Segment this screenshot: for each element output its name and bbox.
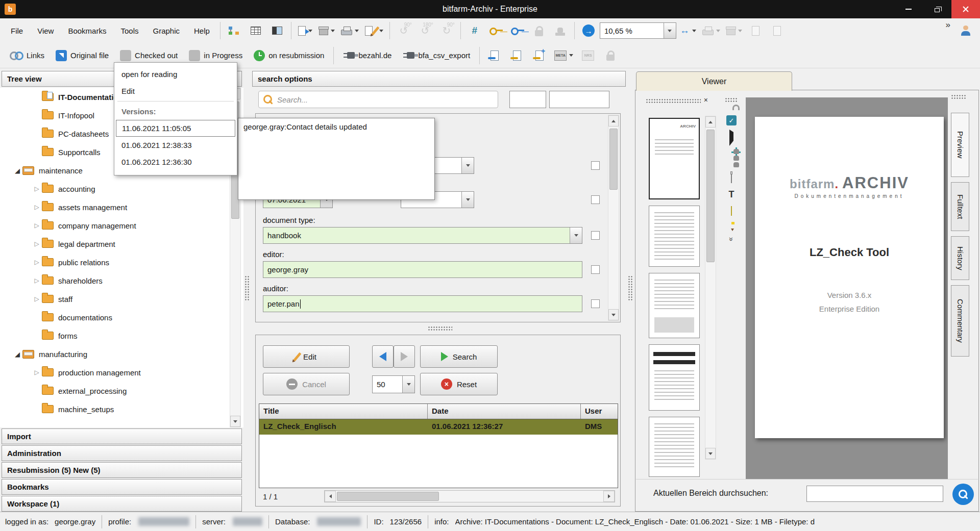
menu-help[interactable]: Help xyxy=(187,23,216,39)
right-splitter-handle[interactable] xyxy=(628,275,632,301)
tree-item-documentations[interactable]: documentations xyxy=(0,308,243,326)
auditor-field[interactable]: peter.pan xyxy=(263,295,582,312)
on-resubmission-button[interactable]: on resubmission xyxy=(249,47,329,64)
edit-button[interactable]: Edit xyxy=(263,345,350,368)
thumbnail-close-icon[interactable]: × xyxy=(704,96,708,104)
search-aux-field-1[interactable] xyxy=(509,91,546,108)
form-scrollbar[interactable] xyxy=(608,115,619,321)
results-table-header[interactable]: Title Date User xyxy=(259,404,618,419)
expander-collapsed-icon[interactable]: ▷ xyxy=(32,185,42,192)
tree-item-shareholders[interactable]: ▷ shareholders xyxy=(0,271,243,290)
menu-item-open-for-reading[interactable]: open for reading xyxy=(114,66,237,83)
thumbnail-scrollbar[interactable] xyxy=(705,116,716,460)
section-workspace[interactable]: Workspace (1) xyxy=(2,496,242,512)
menu-item-version-1[interactable]: 11.06.2021 11:05:05 xyxy=(116,120,235,137)
scroll-down-button[interactable] xyxy=(705,448,716,459)
dropdown-caret-icon[interactable] xyxy=(331,30,335,32)
tab-history[interactable]: History xyxy=(951,236,969,280)
expander-collapsed-icon[interactable]: ▷ xyxy=(32,222,42,229)
document-page[interactable]: bitfarm.ARCHIV Dokumentenmanagement LZ_C… xyxy=(755,117,944,438)
form-splitter-handle[interactable] xyxy=(428,326,452,331)
section-administration[interactable]: Administration xyxy=(2,445,242,461)
menu-graphic[interactable]: Graphic xyxy=(146,23,186,39)
approve-stamp-button[interactable]: ✓ xyxy=(726,115,737,125)
print-button[interactable] xyxy=(338,20,361,41)
export-document-button[interactable] xyxy=(295,20,315,41)
fit-width-button[interactable]: ↔ xyxy=(677,20,699,41)
search-input[interactable] xyxy=(277,95,493,104)
viewer-search-input[interactable] xyxy=(806,486,943,502)
column-date[interactable]: Date xyxy=(428,404,581,419)
select-tool-button[interactable] xyxy=(729,132,733,141)
key-button[interactable] xyxy=(486,20,506,41)
left-splitter-handle[interactable] xyxy=(244,275,249,301)
next-result-button[interactable] xyxy=(394,345,415,368)
page-thumbnail-2[interactable] xyxy=(649,206,700,267)
scrollbar-thumb[interactable] xyxy=(337,492,439,501)
meta-stamp-button[interactable]: META xyxy=(552,45,576,66)
tree-item-machine-setups[interactable]: machine_setups xyxy=(0,400,243,418)
expander-expanded-icon[interactable]: ◢ xyxy=(12,350,22,358)
quick-search-field[interactable] xyxy=(258,91,498,108)
tab-fulltext[interactable]: Fulltext xyxy=(951,182,969,231)
maximize-button[interactable] xyxy=(923,0,951,18)
tree-item-legal-department[interactable]: ▷ legal department xyxy=(0,235,243,253)
toolbar-handle[interactable] xyxy=(725,97,738,102)
expander-collapsed-icon[interactable]: ▷ xyxy=(32,277,42,284)
page-size-combobox[interactable]: 50 xyxy=(372,375,415,393)
zoom-dropdown-button[interactable] xyxy=(664,23,676,38)
minimize-button[interactable] xyxy=(894,0,923,18)
tree-item-external-processing[interactable]: external_processing xyxy=(0,382,243,400)
links-button[interactable]: Links xyxy=(5,48,49,62)
expander-collapsed-icon[interactable]: ▷ xyxy=(32,259,42,266)
new-note-button[interactable] xyxy=(362,20,386,41)
menu-tools[interactable]: Tools xyxy=(114,23,145,39)
thumbnail-panel-handle[interactable] xyxy=(646,98,701,103)
editor-field[interactable]: george.gray xyxy=(263,261,582,278)
table-view-button[interactable] xyxy=(246,20,266,41)
checked-out-button[interactable]: Checked out xyxy=(115,47,182,64)
key-add-button[interactable] xyxy=(507,20,528,41)
menu-view[interactable]: View xyxy=(31,23,60,39)
field-checkbox[interactable] xyxy=(591,231,600,240)
menu-item-version-2[interactable]: 01.06.2021 12:38:33 xyxy=(114,137,237,154)
field-checkbox[interactable] xyxy=(591,299,600,308)
combo-dropdown-button[interactable] xyxy=(461,158,474,173)
expander-expanded-icon[interactable]: ◢ xyxy=(12,167,22,174)
toolbar-overflow-chevron[interactable]: » xyxy=(946,20,950,30)
scroll-up-button[interactable] xyxy=(608,115,619,127)
expander-collapsed-icon[interactable]: ▷ xyxy=(32,240,42,247)
results-hscrollbar[interactable] xyxy=(324,490,615,502)
checkout-document-button[interactable] xyxy=(507,45,527,66)
page-thumbnail-1[interactable]: ARCHIV xyxy=(649,118,700,199)
side-tabs-handle[interactable] xyxy=(951,94,966,99)
tab-commentary[interactable]: Commentary xyxy=(951,285,969,357)
menu-file[interactable]: File xyxy=(4,23,30,39)
dropdown-caret-icon[interactable] xyxy=(355,30,359,32)
more-tools-button[interactable]: » xyxy=(727,237,736,241)
add-document-button[interactable] xyxy=(529,45,550,66)
tree-item-staff[interactable]: ▷ staff xyxy=(0,290,243,308)
expander-collapsed-icon[interactable]: ▷ xyxy=(32,204,42,211)
tree-item-accounting[interactable]: ▷ accounting xyxy=(0,180,243,198)
tree-item-production-management[interactable]: ▷ production management xyxy=(0,363,243,382)
viewer-tab[interactable]: Viewer xyxy=(636,71,792,91)
tree-layout-button[interactable] xyxy=(224,20,244,41)
tree-item-assets-management[interactable]: ▷ assets management xyxy=(0,198,243,216)
tree-item-public-relations[interactable]: ▷ public relations xyxy=(0,253,243,271)
dropdown-caret-icon[interactable] xyxy=(379,30,383,32)
document-type-field[interactable]: handbook xyxy=(263,227,582,244)
tree-item-forms[interactable]: forms xyxy=(0,326,243,345)
menu-bookmarks[interactable]: Bookmarks xyxy=(61,23,113,39)
search-aux-field-2[interactable] xyxy=(549,91,609,108)
field-checkbox[interactable] xyxy=(591,161,600,170)
tree-item-company-management[interactable]: ▷ company management xyxy=(0,216,243,235)
scroll-down-button[interactable] xyxy=(608,309,619,320)
user-profile-button[interactable] xyxy=(955,20,976,41)
split-view-button[interactable] xyxy=(267,20,287,41)
expander-collapsed-icon[interactable]: ▷ xyxy=(32,369,42,376)
result-row-selected[interactable]: LZ_Check_Englisch 01.06.2021 12:36:27 DM… xyxy=(259,419,618,435)
plugin-bezahl-button[interactable]: bezahl.de xyxy=(338,48,396,62)
scan-button[interactable] xyxy=(316,20,337,41)
in-progress-button[interactable]: in Progress xyxy=(184,47,247,64)
